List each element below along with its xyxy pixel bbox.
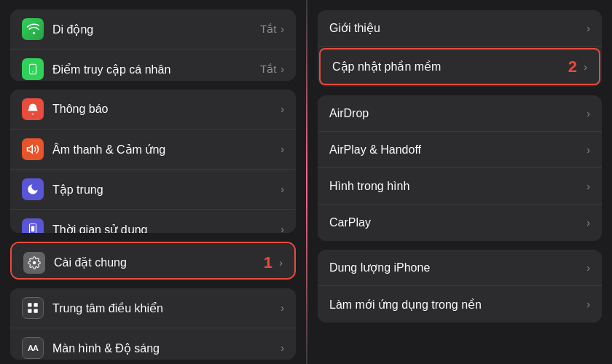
thong-bao-label: Thông báo — [52, 103, 280, 116]
group-notifications: Thông báo › Âm thanh & Cảm ứng › Tập tru… — [10, 90, 296, 233]
hinh-trong-hinh-chevron: › — [586, 181, 590, 192]
sidebar-item-man-hinh[interactable]: AA Màn hình & Độ sáng › — [10, 328, 296, 360]
gioi-thieu-chevron: › — [586, 23, 590, 34]
airdrop-label: AirDrop — [329, 107, 586, 120]
tap-trung-label: Tập trung — [52, 183, 280, 197]
sidebar-item-tap-trung[interactable]: Tập trung › — [10, 170, 296, 210]
tap-trung-icon — [22, 178, 44, 200]
sidebar-item-cai-dat-chung[interactable]: Cài đặt chung 1 › — [12, 243, 294, 280]
diem-truy-cap-value: Tắt — [260, 63, 276, 76]
cai-dat-chung-chevron: › — [279, 257, 283, 269]
cap-nhat-label: Cập nhật phần mềm — [332, 60, 563, 74]
group-connectivity: Di động Tắt › Điểm truy cập cá nhân Tắt … — [10, 9, 296, 81]
carplay-chevron: › — [586, 217, 590, 229]
hinh-trong-hinh-label: Hình trong hình — [329, 180, 586, 193]
sidebar-item-thoi-gian[interactable]: Thời gian sử dụng › — [10, 210, 296, 233]
right-item-gioi-thieu[interactable]: Giới thiệu › — [318, 10, 602, 47]
diem-truy-cap-icon — [22, 58, 44, 80]
diem-truy-cap-label: Điểm truy cập cá nhân — [52, 63, 260, 76]
sidebar-item-diem-truy-cap[interactable]: Điểm truy cập cá nhân Tắt › — [10, 50, 296, 81]
lam-moi-label: Làm mới ứng dụng trong nền — [329, 298, 586, 312]
trung-tam-icon — [22, 297, 44, 319]
svg-rect-1 — [30, 64, 36, 74]
right-item-airplay[interactable]: AirPlay & Handoff › — [318, 132, 602, 168]
man-hinh-icon: AA — [22, 337, 44, 359]
trung-tam-chevron: › — [280, 302, 284, 314]
sidebar-item-di-dong[interactable]: Di động Tắt › — [10, 9, 296, 50]
am-thanh-chevron: › — [280, 143, 284, 155]
cai-dat-chung-icon — [23, 252, 45, 274]
man-hinh-label: Màn hình & Độ sáng — [52, 341, 280, 355]
svg-rect-8 — [34, 309, 38, 313]
am-thanh-label: Âm thanh & Cảm ứng — [52, 143, 280, 157]
airplay-chevron: › — [586, 144, 590, 156]
lam-moi-chevron: › — [586, 298, 590, 310]
dung-luong-label: Dung lượng iPhone — [329, 261, 586, 274]
thoi-gian-chevron: › — [280, 223, 284, 233]
right-item-carplay[interactable]: CarPlay › — [318, 205, 602, 241]
svg-rect-6 — [34, 303, 38, 306]
svg-rect-4 — [31, 226, 35, 232]
thong-bao-icon — [22, 98, 44, 120]
sidebar-item-am-thanh[interactable]: Âm thanh & Cảm ứng › — [10, 130, 296, 170]
group-cai-dat-chung-highlighted: Cài đặt chung 1 › — [10, 242, 296, 280]
sidebar-item-trung-tam[interactable]: Trung tâm điều khiển › — [10, 288, 296, 328]
right-panel: Giới thiệu › Cập nhật phần mềm 2 › AirDr… — [307, 0, 612, 364]
badge-1: 1 — [264, 253, 272, 272]
right-group-connectivity: AirDrop › AirPlay & Handoff › Hình trong… — [318, 95, 602, 241]
di-dong-chevron: › — [280, 23, 284, 35]
trung-tam-label: Trung tâm điều khiển — [52, 301, 280, 315]
di-dong-label: Di động — [52, 23, 260, 36]
sidebar-item-thong-bao[interactable]: Thông báo › — [10, 90, 296, 130]
cai-dat-chung-label: Cài đặt chung — [54, 256, 279, 269]
right-item-lam-moi[interactable]: Làm mới ứng dụng trong nền › — [318, 286, 602, 323]
di-dong-value: Tắt — [260, 23, 276, 36]
thong-bao-chevron: › — [280, 103, 284, 115]
thoi-gian-icon — [22, 218, 44, 233]
svg-point-2 — [32, 71, 34, 73]
right-item-cap-nhat[interactable]: Cập nhật phần mềm 2 › — [319, 48, 600, 85]
cap-nhat-chevron: › — [584, 61, 587, 73]
gioi-thieu-label: Giới thiệu — [329, 21, 586, 35]
svg-rect-7 — [28, 309, 31, 313]
right-group-storage: Dung lượng iPhone › Làm mới ứng dụng tro… — [318, 250, 602, 323]
tap-trung-chevron: › — [280, 183, 284, 195]
dung-luong-chevron: › — [586, 262, 590, 274]
am-thanh-icon — [22, 138, 44, 160]
right-item-dung-luong[interactable]: Dung lượng iPhone › — [318, 250, 602, 286]
right-item-hinh-trong-hinh[interactable]: Hình trong hình › — [318, 168, 602, 205]
right-item-airdrop[interactable]: AirDrop › — [318, 95, 602, 132]
airdrop-chevron: › — [586, 108, 590, 119]
right-group-about: Giới thiệu › Cập nhật phần mềm 2 › — [318, 10, 602, 87]
man-hinh-chevron: › — [280, 342, 284, 354]
left-panel: Di động Tắt › Điểm truy cập cá nhân Tắt … — [0, 0, 306, 364]
di-dong-icon — [22, 18, 44, 40]
svg-rect-5 — [28, 303, 31, 306]
diem-truy-cap-chevron: › — [280, 63, 284, 75]
group-display: Trung tâm điều khiển › AA Màn hình & Độ … — [10, 288, 296, 360]
carplay-label: CarPlay — [329, 216, 586, 229]
thoi-gian-label: Thời gian sử dụng — [52, 223, 280, 233]
badge-2: 2 — [568, 58, 577, 76]
airplay-label: AirPlay & Handoff — [329, 143, 586, 157]
svg-point-0 — [33, 32, 35, 34]
